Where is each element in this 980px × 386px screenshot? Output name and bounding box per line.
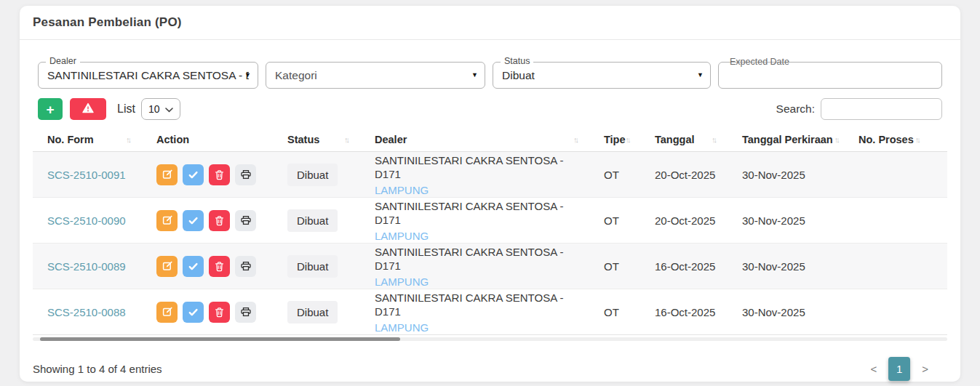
tanggal-cell: 16-Oct-2025 bbox=[640, 306, 728, 318]
column-label: Action bbox=[156, 134, 189, 145]
chevron-down-icon: ▼ bbox=[697, 71, 704, 79]
edit-button[interactable] bbox=[156, 302, 178, 323]
approve-button[interactable] bbox=[183, 164, 204, 185]
column-label: Dealer bbox=[375, 134, 407, 145]
status-select[interactable]: Status Dibuat ▼ bbox=[493, 62, 711, 89]
tanggal-cell: 20-Oct-2025 bbox=[640, 169, 728, 181]
dealer-region-link[interactable]: LAMPUNG bbox=[375, 321, 589, 334]
print-button[interactable] bbox=[235, 210, 256, 231]
column-header-status[interactable]: Status ↑↓ bbox=[273, 127, 360, 151]
column-header-no-proses[interactable]: No. Proses ↑↓ bbox=[844, 127, 947, 151]
column-label: Tipe bbox=[604, 134, 626, 145]
status-select-value: Dibuat bbox=[502, 69, 701, 82]
dealer-region-link[interactable]: LAMPUNG bbox=[375, 184, 589, 196]
column-header-dealer[interactable]: Dealer ↑↓ bbox=[360, 127, 589, 151]
column-label: Tanggal Perkiraan bbox=[742, 134, 833, 145]
po-number-link[interactable]: SCS-2510-0088 bbox=[47, 306, 126, 318]
po-number-link[interactable]: SCS-2510-0090 bbox=[47, 214, 126, 227]
table-row: SCS-2510-0088 Dibuat SANTINILESTARI CAKR… bbox=[33, 289, 947, 335]
dealer-name: SANTINILESTARI CAKRA SENTOSA - D171 bbox=[375, 153, 589, 181]
table-footer: Showing 1 to 4 of 4 entries < 1 > bbox=[20, 341, 960, 381]
table-header-row: No. Form ↑↓ Action Status ↑↓ Dealer ↑↓ T… bbox=[33, 127, 947, 152]
delete-button[interactable] bbox=[209, 302, 230, 323]
column-label: No. Proses bbox=[859, 134, 914, 145]
tanggal-cell: 16-Oct-2025 bbox=[640, 260, 728, 273]
horizontal-scrollbar[interactable] bbox=[33, 337, 947, 341]
column-label: Tanggal bbox=[655, 134, 695, 145]
approve-button[interactable] bbox=[183, 210, 204, 231]
status-badge: Dibuat bbox=[287, 209, 338, 232]
add-button[interactable]: + bbox=[38, 98, 63, 120]
chevron-down-icon bbox=[165, 103, 173, 115]
expected-date-label: Expected Date bbox=[726, 57, 793, 67]
delete-button[interactable] bbox=[209, 164, 230, 185]
column-header-tanggal[interactable]: Tanggal ↑↓ bbox=[640, 127, 728, 151]
column-header-action: Action bbox=[142, 127, 273, 151]
page-title: Pesanan Pembelian (PO) bbox=[33, 15, 182, 30]
status-badge: Dibuat bbox=[287, 301, 338, 323]
row-actions bbox=[156, 256, 273, 277]
table-row: SCS-2510-0091 Dibuat SANTINILESTARI CAKR… bbox=[33, 152, 947, 198]
column-header-tanggal-perkiraan[interactable]: Tanggal Perkiraan ↑↓ bbox=[728, 127, 844, 151]
dealer-select-value: SANTINILESTARI CAKRA SENTOSA - D bbox=[47, 69, 249, 82]
delete-button[interactable] bbox=[209, 256, 230, 277]
column-header-no-form[interactable]: No. Form ↑↓ bbox=[33, 127, 142, 151]
table-toolbar: + List 10 Search: bbox=[20, 89, 960, 120]
plus-icon: + bbox=[46, 102, 54, 116]
filter-row: Dealer SANTINILESTARI CAKRA SENTOSA - D … bbox=[20, 40, 960, 89]
approve-button[interactable] bbox=[183, 302, 204, 323]
table-row: SCS-2510-0090 Dibuat SANTINILESTARI CAKR… bbox=[33, 198, 947, 244]
search-label: Search: bbox=[776, 102, 815, 116]
edit-button[interactable] bbox=[156, 256, 178, 277]
chevron-down-icon: ▼ bbox=[244, 71, 251, 79]
print-button[interactable] bbox=[235, 164, 256, 185]
tanggal-perkiraan-cell: 30-Nov-2025 bbox=[728, 214, 844, 227]
prev-page-button[interactable]: < bbox=[870, 363, 877, 375]
dealer-select[interactable]: Dealer SANTINILESTARI CAKRA SENTOSA - D … bbox=[38, 62, 258, 89]
tipe-cell: OT bbox=[589, 260, 640, 273]
sort-icon[interactable]: ↑↓ bbox=[834, 135, 840, 144]
dealer-region-link[interactable]: LAMPUNG bbox=[375, 230, 589, 242]
print-button[interactable] bbox=[235, 302, 256, 323]
tipe-cell: OT bbox=[589, 306, 640, 318]
po-number-link[interactable]: SCS-2510-0091 bbox=[47, 169, 126, 181]
delete-button[interactable] bbox=[209, 210, 230, 231]
page-size-select[interactable]: 10 bbox=[141, 98, 180, 120]
po-number-link[interactable]: SCS-2510-0089 bbox=[47, 260, 126, 273]
po-card: Pesanan Pembelian (PO) Dealer SANTINILES… bbox=[20, 6, 960, 382]
approve-button[interactable] bbox=[183, 256, 204, 277]
dealer-region-link[interactable]: LAMPUNG bbox=[375, 276, 589, 288]
edit-button[interactable] bbox=[156, 164, 178, 185]
column-header-tipe[interactable]: Tipe ↑↓ bbox=[589, 127, 640, 151]
list-label: List bbox=[117, 102, 135, 116]
dealer-name: SANTINILESTARI CAKRA SENTOSA - D171 bbox=[375, 245, 589, 273]
status-badge: Dibuat bbox=[287, 164, 338, 186]
sort-icon[interactable]: ↑↓ bbox=[573, 135, 579, 144]
tipe-cell: OT bbox=[589, 169, 640, 181]
row-actions bbox=[156, 210, 273, 231]
search-input[interactable] bbox=[821, 98, 942, 120]
sort-icon[interactable]: ↑↓ bbox=[712, 135, 717, 144]
page-size-value: 10 bbox=[148, 103, 160, 115]
card-header: Pesanan Pembelian (PO) bbox=[20, 6, 960, 40]
chevron-down-icon: ▼ bbox=[471, 71, 478, 79]
alert-button[interactable] bbox=[70, 98, 106, 120]
tanggal-perkiraan-cell: 30-Nov-2025 bbox=[728, 260, 844, 273]
po-table: No. Form ↑↓ Action Status ↑↓ Dealer ↑↓ T… bbox=[33, 127, 947, 335]
edit-button[interactable] bbox=[156, 210, 178, 231]
tanggal-perkiraan-cell: 30-Nov-2025 bbox=[728, 306, 844, 318]
sort-icon[interactable]: ↑↓ bbox=[626, 135, 632, 144]
sort-icon[interactable]: ↑↓ bbox=[915, 135, 921, 144]
table-row: SCS-2510-0089 Dibuat SANTINILESTARI CAKR… bbox=[33, 244, 947, 289]
sort-icon[interactable]: ↑↓ bbox=[344, 135, 350, 144]
expected-date-field: Expected Date bbox=[718, 62, 942, 89]
sort-icon[interactable]: ↑↓ bbox=[126, 135, 132, 144]
status-select-label: Status bbox=[501, 56, 533, 66]
next-page-button[interactable]: > bbox=[922, 363, 928, 375]
print-button[interactable] bbox=[235, 256, 256, 277]
scrollbar-thumb[interactable] bbox=[40, 337, 400, 341]
tanggal-cell: 20-Oct-2025 bbox=[640, 214, 728, 227]
dealer-name: SANTINILESTARI CAKRA SENTOSA - D171 bbox=[375, 199, 589, 227]
current-page-button[interactable]: 1 bbox=[888, 357, 910, 381]
kategori-select[interactable]: Kategori ▼ bbox=[266, 62, 485, 89]
